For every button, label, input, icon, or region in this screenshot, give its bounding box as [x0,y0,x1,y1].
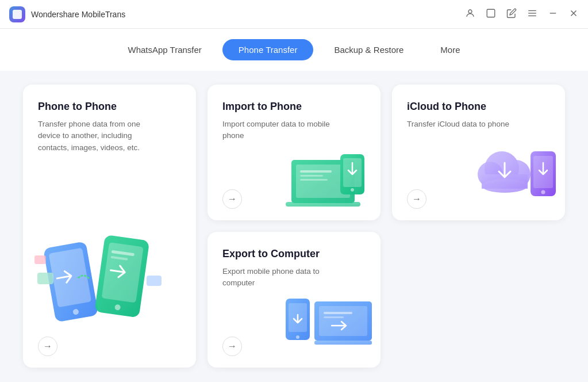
card-export-desc: Export mobile phone data to computer [222,266,337,289]
svg-rect-22 [300,170,332,173]
svg-rect-23 [300,175,323,177]
card-phone-to-phone[interactable]: Phone to Phone Transfer phone data from … [23,85,196,368]
svg-rect-18 [147,276,162,286]
svg-point-35 [541,190,545,194]
phone-to-phone-illustration [34,227,167,336]
svg-rect-42 [324,312,352,314]
card-phone-to-phone-title: Phone to Phone [38,101,181,113]
card-icloud-arrow[interactable]: → [407,189,426,209]
tab-whatsapp[interactable]: WhatsApp Transfer [112,39,217,60]
tab-backup[interactable]: Backup & Restore [318,39,420,60]
svg-rect-17 [34,255,46,264]
card-phone-to-phone-desc: Transfer phone data from one device to a… [38,119,153,154]
card-export-to-computer[interactable]: Export to Computer Export mobile phone d… [207,232,381,368]
account-icon[interactable] [465,8,475,21]
card-import-arrow[interactable]: → [222,189,242,209]
svg-point-32 [482,179,528,193]
card-phone-to-phone-arrow[interactable]: → [38,337,57,356]
nav-bar: WhatsApp Transfer Phone Transfer Backup … [0,29,588,71]
card-icloud-to-phone[interactable]: iCloud to Phone Transfer iCloud data to … [392,85,565,220]
app-title: Wondershare MobileTrans [31,10,465,19]
tab-more[interactable]: More [424,39,476,60]
tab-phone[interactable]: Phone Transfer [222,39,314,60]
window-controls [465,8,579,21]
import-illustration [283,146,375,215]
icloud-illustration [473,140,559,215]
svg-rect-41 [314,341,372,345]
svg-rect-40 [319,306,367,336]
card-icloud-title: iCloud to Phone [407,101,550,113]
svg-rect-1 [487,9,495,17]
app-icon [9,6,25,22]
svg-rect-21 [286,202,360,207]
svg-rect-43 [324,316,344,318]
card-icloud-desc: Transfer iCloud data to phone [407,119,522,130]
close-icon[interactable] [568,8,579,21]
svg-point-27 [351,188,354,192]
square-icon[interactable] [486,8,496,21]
minimize-icon[interactable] [548,8,558,21]
card-import-to-phone[interactable]: Import to Phone Import computer data to … [207,85,381,220]
edit-icon[interactable] [506,8,517,21]
main-content: Phone to Phone Transfer phone data from … [0,71,588,381]
svg-rect-16 [37,273,53,284]
title-bar: Wondershare MobileTrans [0,0,588,29]
card-export-title: Export to Computer [222,248,366,260]
svg-point-0 [468,10,472,13]
menu-icon[interactable] [527,8,537,21]
card-export-arrow[interactable]: → [222,337,242,356]
export-illustration [283,293,375,362]
card-import-title: Import to Phone [222,101,366,113]
svg-rect-24 [300,179,328,181]
svg-point-38 [296,335,299,339]
card-import-desc: Import computer data to mobile phone [222,119,337,142]
